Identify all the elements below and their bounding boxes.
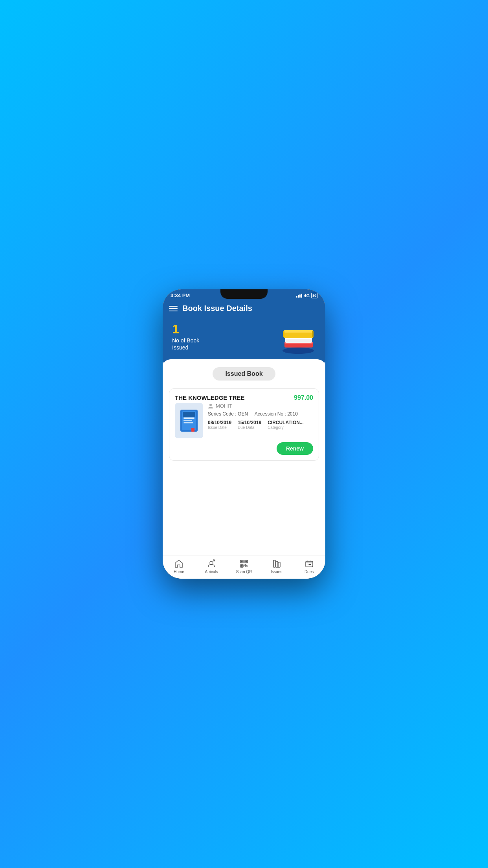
nav-item-dues[interactable]: Dues [297,559,321,574]
book-card: THE KNOWLEDGE TREE 997.00 [169,388,319,461]
phone-shell: 3:34 PM 4G 80 Book Issue Details [163,289,325,579]
phone-screen: 3:34 PM 4G 80 Book Issue Details [163,289,325,579]
status-right: 4G 80 [296,293,317,298]
header-content: 1 No of BookIssued [169,319,319,355]
svg-point-17 [210,561,213,565]
hamburger-button[interactable] [169,306,178,311]
issue-date-item: 08/10/2019 Issue Date [208,420,231,430]
book-price: 997.00 [294,394,313,401]
svg-rect-12 [183,420,192,421]
renew-row: Renew [175,442,313,455]
svg-point-16 [209,404,212,406]
nav-item-scan-qr[interactable]: Scan QR [232,559,256,574]
series-code-value: GEN [238,411,248,417]
book-cover-svg [180,409,198,432]
series-code-row: Series Code : GEN Accession No : 2010 [208,411,313,417]
issue-date-label: Issue Date [208,425,227,430]
network-type: 4G [304,293,310,298]
books-count-number: 1 [172,323,199,335]
due-date-label: Due Data [238,425,254,430]
nav-label-issues: Issues [271,570,282,574]
svg-rect-13 [183,422,193,423]
books-stack-illustration [277,319,316,355]
book-cover-thumbnail [175,403,203,438]
header-top: Book Issue Details [169,304,319,313]
book-title-row: THE KNOWLEDGE TREE 997.00 [175,394,313,401]
svg-rect-8 [312,331,314,337]
book-card-top: MOHIT Series Code : GEN Accession No : 2… [175,403,313,438]
author-icon [208,403,213,409]
books-stack-svg [277,319,316,355]
page-title: Book Issue Details [182,304,252,313]
nav-item-issues[interactable]: Issues [265,559,288,574]
svg-rect-24 [273,560,275,567]
arrivals-icon [206,559,216,569]
svg-point-0 [283,348,314,354]
signal-bars-icon [296,294,302,298]
nav-label-dues: Dues [305,570,314,574]
nav-label-home: Home [174,570,184,574]
due-date-value: 15/10/2019 [238,420,261,425]
dues-icon [304,559,314,569]
nav-item-home[interactable]: Home [167,559,191,574]
due-date-item: 15/10/2019 Due Data [238,420,261,430]
svg-rect-26 [278,562,280,567]
author-row: MOHIT [208,403,313,409]
battery-icon: 80 [311,293,317,298]
svg-rect-6 [284,330,313,333]
status-time: 3:34 PM [171,292,190,298]
books-count-area: 1 No of BookIssued [172,323,199,351]
category-value: CIRCULATION... [268,420,304,425]
header: Book Issue Details 1 No of BookIssued [163,300,325,362]
book-author: MOHIT [216,403,232,409]
nav-label-arrivals: Arrivals [205,570,218,574]
svg-rect-22 [246,561,247,562]
category-item: CIRCULATION... Category [268,420,304,430]
book-title: THE KNOWLEDGE TREE [175,394,245,401]
notch [220,289,268,299]
category-label: Category [268,425,284,430]
svg-rect-11 [183,417,194,419]
section-title-container: Issued Book [169,367,319,381]
svg-rect-7 [283,331,284,337]
dates-row: 08/10/2019 Issue Date 15/10/2019 Due Dat… [208,420,313,430]
nav-item-arrivals[interactable]: Arrivals [200,559,223,574]
section-title: Issued Book [213,367,275,381]
book-details: MOHIT Series Code : GEN Accession No : 2… [208,403,313,430]
renew-button[interactable]: Renew [277,442,313,455]
issue-date-value: 08/10/2019 [208,420,231,425]
svg-rect-14 [183,412,195,417]
nav-label-scan-qr: Scan QR [236,570,252,574]
accession-no-value: 2010 [287,411,298,417]
issues-icon [272,559,282,569]
scan-qr-icon [239,559,249,569]
home-icon [174,559,184,569]
svg-rect-25 [276,561,278,567]
svg-rect-21 [241,561,242,562]
bottom-nav: Home Arrivals [163,555,325,579]
books-count-label: No of BookIssued [172,337,199,351]
main-content: Issued Book THE KNOWLEDGE TREE 997.00 [163,359,325,555]
svg-rect-15 [191,428,194,432]
svg-rect-23 [241,565,242,566]
